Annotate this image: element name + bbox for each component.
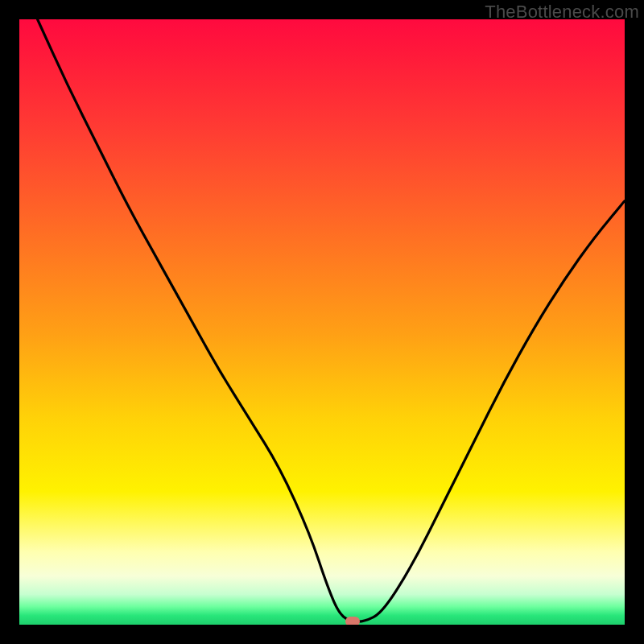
- bottleneck-curve: [19, 19, 625, 625]
- optimum-marker: [345, 617, 360, 625]
- watermark-text: TheBottleneck.com: [485, 2, 639, 23]
- plot-area: [19, 19, 625, 625]
- chart-frame: TheBottleneck.com: [0, 0, 644, 644]
